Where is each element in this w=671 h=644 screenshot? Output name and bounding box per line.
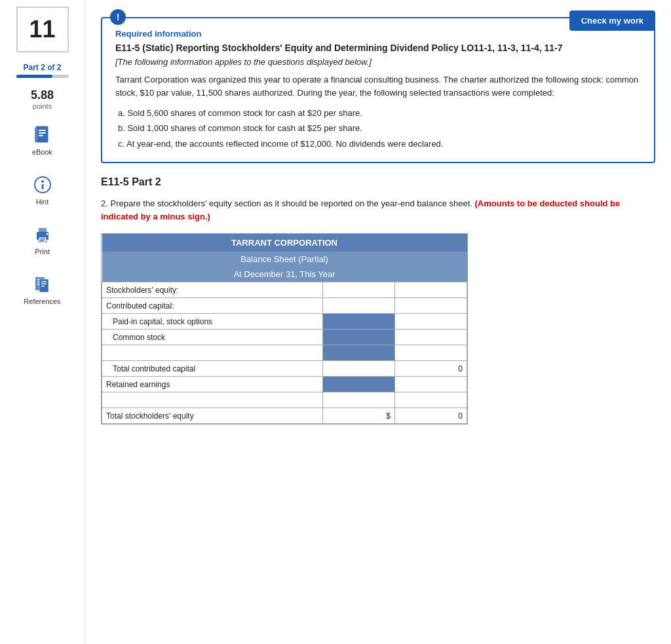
total-se-dollar: $ [322, 408, 394, 424]
sheet-date: At December 31, This Year [102, 267, 467, 282]
table-header-date: At December 31, This Year [102, 267, 467, 282]
instructions: 2. Prepare the stockholders' equity sect… [101, 197, 655, 223]
total-cc-label: Total contributed capital [102, 361, 323, 377]
table-row-retained: Retained earnings [102, 377, 467, 392]
problem-title: E11-5 (Static) Reporting Stockholders' E… [115, 43, 641, 53]
common-stock-input-cell[interactable] [394, 330, 467, 345]
transaction-b: b. Sold 1,000 shares of common stock for… [118, 121, 641, 136]
total-cc-value: 0 [394, 361, 467, 377]
common-stock-label: Common stock [102, 330, 323, 345]
question-number: 11 [16, 7, 69, 52]
se-label: Stockholders' equity: [102, 282, 323, 298]
table-header-title: Balance Sheet (Partial) [102, 252, 467, 267]
references-label: References [24, 297, 60, 305]
svg-rect-0 [36, 126, 48, 142]
transaction-a: a. Sold 5,600 shares of common stock for… [118, 105, 641, 121]
print-icon [32, 224, 53, 245]
svg-rect-3 [39, 132, 46, 134]
book-icon [32, 124, 53, 145]
total-cc-input[interactable] [323, 361, 394, 376]
transaction-c: c. At year-end, the accounts reflected i… [118, 136, 641, 151]
svg-rect-19 [41, 281, 47, 282]
problem-text: Tarrant Corporation was organized this y… [115, 73, 641, 99]
svg-rect-2 [39, 130, 46, 131]
svg-rect-21 [41, 286, 45, 287]
retained-input[interactable] [395, 377, 467, 392]
retained-label: Retained earnings [102, 377, 323, 392]
paid-in-input[interactable] [395, 314, 467, 329]
hint-icon [32, 174, 53, 195]
cc-col1-cell [322, 298, 394, 314]
total-se-value: 0 [394, 408, 467, 424]
table-row-total-cc: Total contributed capital 0 [102, 361, 467, 377]
empty-2-col2-cell[interactable] [394, 392, 467, 408]
paid-in-blue-indicator [322, 314, 394, 330]
part-title: E11-5 Part 2 [101, 176, 655, 188]
total-cc-input-cell[interactable] [322, 361, 394, 377]
corporation-name: TARRANT CORPORATION [102, 234, 467, 252]
empty-2-col1-input[interactable] [323, 392, 394, 407]
instruction-number: 2. [101, 199, 108, 208]
print-label: Print [35, 248, 50, 256]
retained-blue-indicator [322, 377, 394, 392]
problem-subtitle: [The following information applies to th… [115, 57, 641, 67]
hint-label: Hint [36, 198, 49, 206]
table-header-corp: TARRANT CORPORATION [102, 234, 467, 252]
empty-1-label [102, 345, 323, 361]
references-button[interactable]: References [17, 270, 67, 309]
ebook-label: eBook [32, 148, 52, 156]
empty-2-label [102, 392, 323, 408]
hint-button[interactable]: Hint [26, 170, 60, 210]
transactions-list: a. Sold 5,600 shares of common stock for… [115, 105, 641, 151]
svg-rect-20 [41, 284, 47, 285]
sheet-title: Balance Sheet (Partial) [102, 252, 467, 267]
empty-1-input[interactable] [395, 345, 467, 360]
cc-col2-cell [394, 298, 467, 314]
part-label: Part 2 of 2 [16, 63, 69, 72]
instruction-text: Prepare the stockholders' equity section… [110, 199, 472, 208]
references-icon [31, 274, 52, 295]
paid-in-input-cell[interactable] [394, 314, 467, 330]
svg-rect-9 [39, 228, 47, 233]
table-row-total-se: Total stockholders' equity $ 0 [102, 408, 467, 424]
total-se-label: Total stockholders' equity [102, 408, 323, 424]
progress-bar-fill [16, 75, 52, 78]
table-row-paid-in: Paid-in capital, stock options [102, 314, 467, 330]
sidebar: 11 Part 2 of 2 5.88 points eBook [0, 0, 85, 644]
table-row-empty-1 [102, 345, 467, 361]
se-col2-cell [394, 282, 467, 298]
svg-rect-12 [40, 240, 44, 242]
ebook-button[interactable]: eBook [26, 121, 60, 160]
points-value: 5.88 [31, 88, 54, 102]
svg-point-13 [46, 233, 48, 235]
svg-rect-7 [41, 184, 43, 189]
main-content: Check my work ! Required information E11… [85, 0, 671, 644]
table-row-cc-label: Contributed capital: [102, 298, 467, 314]
svg-rect-4 [39, 135, 43, 136]
print-button[interactable]: Print [26, 220, 60, 259]
cc-label: Contributed capital: [102, 298, 323, 314]
common-stock-blue-indicator [322, 330, 394, 345]
empty-2-col1-cell[interactable] [322, 392, 394, 408]
table-row-se-label: Stockholders' equity: [102, 282, 467, 298]
common-stock-input[interactable] [395, 330, 467, 345]
paid-in-label: Paid-in capital, stock options [102, 314, 323, 330]
table-row-empty-2 [102, 392, 467, 408]
table-row-common-stock: Common stock [102, 330, 467, 345]
empty-2-col2-input[interactable] [395, 392, 467, 407]
empty-1-blue-indicator [322, 345, 394, 361]
required-info-box: ! Required information E11-5 (Static) Re… [101, 17, 655, 163]
empty-1-input-cell[interactable] [394, 345, 467, 361]
svg-rect-1 [35, 128, 37, 142]
points-label: points [31, 102, 54, 110]
points-section: 5.88 points [31, 88, 54, 110]
balance-sheet-table: TARRANT CORPORATION Balance Sheet (Parti… [101, 233, 468, 425]
svg-point-6 [41, 180, 44, 183]
retained-input-cell[interactable] [394, 377, 467, 392]
svg-rect-11 [40, 238, 45, 240]
progress-bar-background [16, 75, 69, 78]
info-icon: ! [110, 9, 126, 25]
se-col1-cell [322, 282, 394, 298]
required-label: Required information [115, 29, 641, 39]
part-info: Part 2 of 2 [16, 63, 69, 78]
